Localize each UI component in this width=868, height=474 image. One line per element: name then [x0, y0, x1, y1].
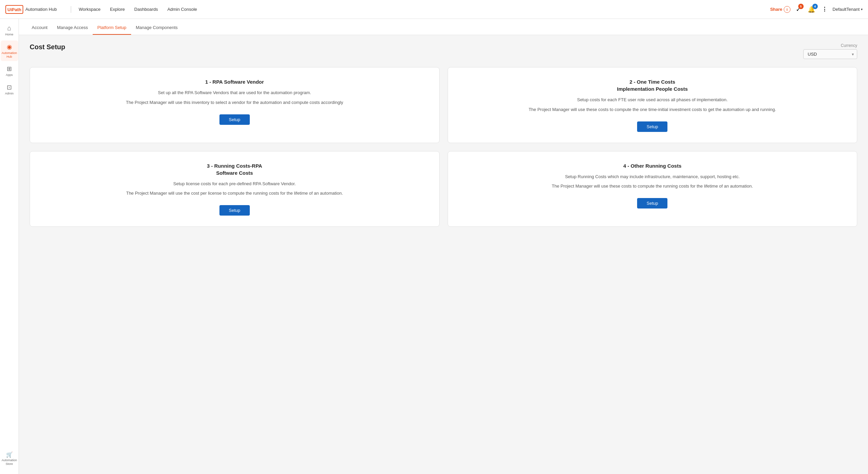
- more-options-button[interactable]: ⋮: [820, 5, 829, 14]
- sidebar-label-admin: Admin: [5, 92, 14, 95]
- sidebar: ⌂ Home ◉ Automation Hub ⊞ Apps ⊡ Admin 🛒…: [0, 19, 19, 474]
- tasks-button[interactable]: ✓ 5: [795, 4, 802, 15]
- card-rpa-vendor: 1 - RPA Software Vendor Set up all the R…: [30, 67, 440, 143]
- product-name: Automation Hub: [25, 7, 57, 12]
- sidebar-label-automation-hub: Automation Hub: [2, 51, 17, 59]
- sidebar-item-home[interactable]: ⌂ Home: [1, 22, 18, 39]
- currency-wrapper: USD EUR GBP: [803, 49, 857, 59]
- card-one-time-costs-title: 2 - One Time Costs Implementation People…: [617, 78, 688, 92]
- share-label: Share: [770, 7, 782, 12]
- currency-section: Currency USD EUR GBP: [803, 43, 857, 59]
- card-other-running-costs-desc: Setup Running Costs which may include in…: [552, 173, 753, 190]
- card-running-costs-rpa-desc: Setup license costs for each pre-defined…: [126, 180, 343, 197]
- tab-account[interactable]: Account: [27, 25, 52, 35]
- cost-setup-header: Cost Setup Currency USD EUR GBP: [30, 43, 857, 59]
- home-icon: ⌂: [7, 24, 11, 32]
- card-running-costs-rpa-title: 3 - Running Costs-RPA Software Costs: [207, 162, 262, 176]
- card-one-time-costs-desc: Setup costs for each FTE user role used …: [529, 96, 776, 113]
- cards-grid: 1 - RPA Software Vendor Set up all the R…: [30, 67, 857, 227]
- tenant-label: DefaultTenant: [833, 7, 860, 12]
- sidebar-label-store: Automation Store: [2, 458, 17, 466]
- apps-icon: ⊞: [7, 65, 12, 73]
- sidebar-bottom: 🛒 Automation Store: [1, 449, 18, 470]
- setup-button-other-running-costs[interactable]: Setup: [637, 198, 667, 208]
- notifications-button[interactable]: 🔔 4: [806, 4, 816, 15]
- top-nav-right: Share i ✓ 5 🔔 4 ⋮ DefaultTenant ▾: [770, 4, 863, 15]
- nav-explore[interactable]: Explore: [106, 5, 129, 14]
- notifications-badge: 4: [812, 4, 818, 9]
- tasks-badge: 5: [798, 4, 804, 9]
- chevron-down-icon: ▾: [861, 7, 863, 11]
- card-rpa-vendor-title: 1 - RPA Software Vendor: [205, 78, 264, 85]
- share-icon: i: [784, 6, 790, 13]
- card-other-running-costs: 4 - Other Running Costs Setup Running Co…: [448, 151, 858, 227]
- card-rpa-vendor-desc1: Set up all the RPA Software Vendors that…: [126, 89, 343, 106]
- nav-workspace[interactable]: Workspace: [74, 5, 104, 14]
- logo-divider: [71, 6, 71, 13]
- admin-icon: ⊡: [7, 84, 12, 91]
- setup-button-rpa-vendor[interactable]: Setup: [219, 114, 250, 125]
- sidebar-item-apps[interactable]: ⊞ Apps: [1, 62, 18, 80]
- tenant-selector[interactable]: DefaultTenant ▾: [833, 7, 863, 12]
- nav-admin-console[interactable]: Admin Console: [163, 5, 201, 14]
- uipath-logo-text: UiPath: [7, 7, 21, 12]
- store-icon: 🛒: [6, 451, 13, 458]
- tab-manage-components[interactable]: Manage Components: [131, 25, 182, 35]
- nav-links: Workspace Explore Dashboards Admin Conso…: [74, 5, 770, 14]
- card-running-costs-rpa: 3 - Running Costs-RPA Software Costs Set…: [30, 151, 440, 227]
- share-button[interactable]: Share i: [770, 6, 790, 13]
- uipath-logo-box: UiPath: [5, 5, 23, 14]
- nav-dashboards[interactable]: Dashboards: [130, 5, 162, 14]
- sidebar-item-automation-store[interactable]: 🛒 Automation Store: [1, 449, 18, 469]
- sidebar-item-admin[interactable]: ⊡ Admin: [1, 81, 18, 98]
- logo-area: UiPath Automation Hub: [5, 5, 57, 14]
- currency-label: Currency: [841, 43, 857, 48]
- setup-button-one-time-costs[interactable]: Setup: [637, 121, 667, 132]
- main-content: Cost Setup Currency USD EUR GBP 1 - RPA …: [19, 35, 868, 474]
- page-title: Cost Setup: [30, 43, 65, 51]
- sidebar-label-home: Home: [5, 33, 13, 36]
- tab-platform-setup[interactable]: Platform Setup: [93, 25, 131, 35]
- sidebar-label-apps: Apps: [6, 73, 13, 77]
- currency-select[interactable]: USD EUR GBP: [803, 49, 857, 59]
- setup-button-running-costs-rpa[interactable]: Setup: [219, 205, 250, 216]
- card-other-running-costs-title: 4 - Other Running Costs: [623, 162, 682, 169]
- top-nav: UiPath Automation Hub Workspace Explore …: [0, 0, 868, 19]
- tab-manage-access[interactable]: Manage Access: [52, 25, 93, 35]
- sidebar-item-automation-hub[interactable]: ◉ Automation Hub: [1, 40, 18, 61]
- sub-nav: Account Manage Access Platform Setup Man…: [19, 19, 868, 35]
- kebab-icon: ⋮: [822, 6, 827, 12]
- card-one-time-costs: 2 - One Time Costs Implementation People…: [448, 67, 858, 143]
- automation-hub-icon: ◉: [7, 43, 12, 51]
